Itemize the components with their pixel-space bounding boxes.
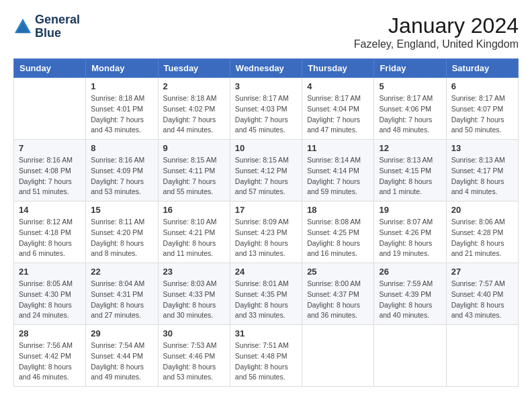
calendar-day-cell: 30 Sunrise: 7:53 AMSunset: 4:46 PMDaylig…	[158, 325, 230, 387]
calendar-day-cell: 6 Sunrise: 8:17 AMSunset: 4:07 PMDayligh…	[446, 78, 518, 140]
day-info: Sunrise: 8:08 AMSunset: 4:25 PMDaylight:…	[307, 217, 369, 259]
calendar-day-cell: 21 Sunrise: 8:05 AMSunset: 4:30 PMDaylig…	[14, 263, 86, 325]
day-number: 3	[235, 81, 297, 91]
day-info: Sunrise: 8:10 AMSunset: 4:21 PMDaylight:…	[163, 217, 225, 259]
day-number: 6	[451, 81, 513, 91]
day-number: 27	[451, 267, 513, 277]
day-info: Sunrise: 8:17 AMSunset: 4:07 PMDaylight:…	[451, 93, 513, 136]
day-number: 24	[235, 267, 297, 277]
day-info: Sunrise: 8:04 AMSunset: 4:31 PMDaylight:…	[91, 279, 152, 321]
day-number: 25	[307, 267, 369, 277]
day-info: Sunrise: 8:00 AMSunset: 4:37 PMDaylight:…	[307, 279, 369, 321]
day-number: 21	[19, 267, 81, 277]
day-number: 13	[451, 143, 513, 153]
calendar-day-cell: 11 Sunrise: 8:14 AMSunset: 4:14 PMDaylig…	[302, 140, 374, 201]
calendar-day-cell: 14 Sunrise: 8:12 AMSunset: 4:18 PMDaylig…	[14, 201, 86, 263]
calendar-day-cell: 28 Sunrise: 7:56 AMSunset: 4:42 PMDaylig…	[14, 325, 86, 387]
day-info: Sunrise: 8:03 AMSunset: 4:33 PMDaylight:…	[163, 279, 225, 321]
day-info: Sunrise: 8:11 AMSunset: 4:20 PMDaylight:…	[91, 217, 152, 259]
calendar-day-cell	[374, 325, 446, 387]
day-info: Sunrise: 8:18 AMSunset: 4:02 PMDaylight:…	[163, 93, 225, 136]
calendar-week-row: 7 Sunrise: 8:16 AMSunset: 4:08 PMDayligh…	[14, 140, 519, 201]
day-number: 4	[307, 81, 369, 91]
logo: General Blue	[13, 13, 80, 40]
calendar-day-cell: 20 Sunrise: 8:06 AMSunset: 4:28 PMDaylig…	[446, 201, 518, 263]
logo-line2: Blue	[35, 27, 80, 40]
calendar-week-row: 1 Sunrise: 8:18 AMSunset: 4:01 PMDayligh…	[14, 78, 519, 140]
day-info: Sunrise: 8:07 AMSunset: 4:26 PMDaylight:…	[379, 217, 441, 259]
calendar-day-cell: 29 Sunrise: 7:54 AMSunset: 4:44 PMDaylig…	[86, 325, 158, 387]
day-info: Sunrise: 8:17 AMSunset: 4:04 PMDaylight:…	[307, 93, 369, 136]
logo-icon	[13, 17, 32, 36]
day-number: 9	[163, 143, 225, 153]
month-title: January 2024	[354, 13, 519, 38]
calendar-day-cell	[14, 78, 86, 140]
day-info: Sunrise: 7:54 AMSunset: 4:44 PMDaylight:…	[91, 340, 152, 383]
day-info: Sunrise: 7:56 AMSunset: 4:42 PMDaylight:…	[19, 340, 81, 383]
calendar-day-cell: 13 Sunrise: 8:13 AMSunset: 4:17 PMDaylig…	[446, 140, 518, 201]
day-info: Sunrise: 8:14 AMSunset: 4:14 PMDaylight:…	[307, 155, 369, 197]
weekday-header: Friday	[374, 59, 446, 78]
calendar-day-cell: 31 Sunrise: 7:51 AMSunset: 4:48 PMDaylig…	[230, 325, 302, 387]
day-number: 15	[91, 205, 152, 215]
day-info: Sunrise: 8:18 AMSunset: 4:01 PMDaylight:…	[91, 93, 152, 136]
day-info: Sunrise: 8:16 AMSunset: 4:09 PMDaylight:…	[91, 155, 152, 197]
calendar-day-cell: 19 Sunrise: 8:07 AMSunset: 4:26 PMDaylig…	[374, 201, 446, 263]
day-info: Sunrise: 7:57 AMSunset: 4:40 PMDaylight:…	[451, 279, 513, 321]
calendar-day-cell: 18 Sunrise: 8:08 AMSunset: 4:25 PMDaylig…	[302, 201, 374, 263]
day-info: Sunrise: 8:15 AMSunset: 4:12 PMDaylight:…	[235, 155, 297, 197]
day-number: 5	[379, 81, 441, 91]
weekday-header: Sunday	[14, 59, 86, 78]
calendar-header-row: SundayMondayTuesdayWednesdayThursdayFrid…	[14, 59, 519, 78]
weekday-header: Thursday	[302, 59, 374, 78]
day-number: 19	[379, 205, 441, 215]
calendar-day-cell: 12 Sunrise: 8:13 AMSunset: 4:15 PMDaylig…	[374, 140, 446, 201]
calendar-day-cell: 3 Sunrise: 8:17 AMSunset: 4:03 PMDayligh…	[230, 78, 302, 140]
day-info: Sunrise: 8:09 AMSunset: 4:23 PMDaylight:…	[235, 217, 297, 259]
day-number: 28	[19, 328, 81, 338]
calendar-week-row: 14 Sunrise: 8:12 AMSunset: 4:18 PMDaylig…	[14, 201, 519, 263]
day-number: 8	[91, 143, 152, 153]
calendar-day-cell: 10 Sunrise: 8:15 AMSunset: 4:12 PMDaylig…	[230, 140, 302, 201]
calendar-week-row: 28 Sunrise: 7:56 AMSunset: 4:42 PMDaylig…	[14, 325, 519, 387]
day-info: Sunrise: 8:17 AMSunset: 4:06 PMDaylight:…	[379, 93, 441, 136]
calendar-day-cell: 16 Sunrise: 8:10 AMSunset: 4:21 PMDaylig…	[158, 201, 230, 263]
calendar-day-cell: 4 Sunrise: 8:17 AMSunset: 4:04 PMDayligh…	[302, 78, 374, 140]
calendar-table: SundayMondayTuesdayWednesdayThursdayFrid…	[13, 58, 519, 387]
day-number: 20	[451, 205, 513, 215]
day-number: 16	[163, 205, 225, 215]
calendar-day-cell	[302, 325, 374, 387]
calendar-day-cell: 23 Sunrise: 8:03 AMSunset: 4:33 PMDaylig…	[158, 263, 230, 325]
calendar-day-cell: 17 Sunrise: 8:09 AMSunset: 4:23 PMDaylig…	[230, 201, 302, 263]
calendar-day-cell: 1 Sunrise: 8:18 AMSunset: 4:01 PMDayligh…	[86, 78, 158, 140]
calendar-day-cell: 7 Sunrise: 8:16 AMSunset: 4:08 PMDayligh…	[14, 140, 86, 201]
weekday-header: Wednesday	[230, 59, 302, 78]
calendar-day-cell: 2 Sunrise: 8:18 AMSunset: 4:02 PMDayligh…	[158, 78, 230, 140]
day-info: Sunrise: 8:16 AMSunset: 4:08 PMDaylight:…	[19, 155, 81, 197]
weekday-header: Monday	[86, 59, 158, 78]
day-info: Sunrise: 8:01 AMSunset: 4:35 PMDaylight:…	[235, 279, 297, 321]
day-info: Sunrise: 7:53 AMSunset: 4:46 PMDaylight:…	[163, 340, 225, 383]
location: Fazeley, England, United Kingdom	[354, 38, 519, 50]
page-header: General Blue January 2024 Fazeley, Engla…	[13, 13, 519, 50]
day-info: Sunrise: 8:15 AMSunset: 4:11 PMDaylight:…	[163, 155, 225, 197]
calendar-day-cell: 22 Sunrise: 8:04 AMSunset: 4:31 PMDaylig…	[86, 263, 158, 325]
day-info: Sunrise: 8:17 AMSunset: 4:03 PMDaylight:…	[235, 93, 297, 136]
day-number: 1	[91, 81, 152, 91]
day-number: 30	[163, 328, 225, 338]
weekday-header: Tuesday	[158, 59, 230, 78]
day-number: 10	[235, 143, 297, 153]
calendar-day-cell: 24 Sunrise: 8:01 AMSunset: 4:35 PMDaylig…	[230, 263, 302, 325]
day-number: 2	[163, 81, 225, 91]
calendar-day-cell	[446, 325, 518, 387]
day-number: 23	[163, 267, 225, 277]
day-number: 12	[379, 143, 441, 153]
day-number: 7	[19, 143, 81, 153]
day-number: 22	[91, 267, 152, 277]
calendar-week-row: 21 Sunrise: 8:05 AMSunset: 4:30 PMDaylig…	[14, 263, 519, 325]
calendar-day-cell: 5 Sunrise: 8:17 AMSunset: 4:06 PMDayligh…	[374, 78, 446, 140]
day-info: Sunrise: 8:06 AMSunset: 4:28 PMDaylight:…	[451, 217, 513, 259]
day-number: 29	[91, 328, 152, 338]
calendar-day-cell: 9 Sunrise: 8:15 AMSunset: 4:11 PMDayligh…	[158, 140, 230, 201]
weekday-header: Saturday	[446, 59, 518, 78]
